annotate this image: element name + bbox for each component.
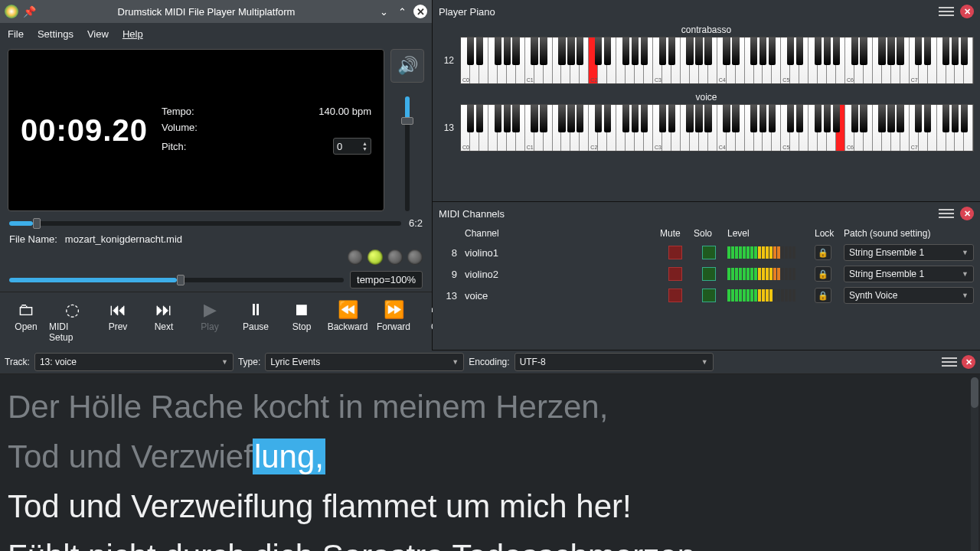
lyric-highlight: lung, [253, 439, 325, 474]
volume-label: Volume: [162, 122, 198, 133]
keyboard-channel: 13 [439, 122, 454, 133]
menu-settings[interactable]: Settings [38, 28, 74, 40]
filename-value: mozart_konigdernacht.mid [65, 233, 182, 245]
stop-icon: ⏹ [293, 300, 310, 320]
volume-slider[interactable] [405, 96, 410, 211]
scrollbar[interactable] [971, 377, 978, 551]
keyboard[interactable]: C0C1C2C3C4C5C6C7 [460, 37, 974, 84]
channels-title: MIDI Channels [439, 208, 933, 220]
channel-name: voice [465, 290, 657, 302]
next-button[interactable]: ⏭Next [141, 297, 187, 346]
hamburger-icon[interactable] [939, 206, 954, 221]
play-button[interactable]: ▶Play [187, 297, 233, 346]
led-1 [348, 249, 363, 265]
filename-label: File Name: [9, 233, 57, 245]
transport-toolbar: 🗀Open ◌MIDI Setup ⏮Prev ⏭Next ▶Play ⏸Pau… [0, 292, 432, 350]
keyboard-label: contrabasso [439, 23, 974, 37]
menu-file[interactable]: File [8, 28, 24, 40]
level-meter [727, 246, 812, 259]
col-mute: Mute [660, 228, 691, 239]
channel-number: 8 [439, 247, 462, 259]
tempo-slider[interactable] [9, 278, 344, 282]
col-lock: Lock [815, 228, 841, 239]
level-meter [727, 289, 812, 302]
prev-icon: ⏮ [109, 300, 126, 320]
backward-button[interactable]: ⏪Backward [325, 297, 371, 346]
led-4 [407, 249, 423, 265]
close-icon[interactable]: ✕ [962, 355, 975, 369]
piano-panel-title: Player Piano [439, 6, 933, 18]
solo-button[interactable] [702, 246, 716, 259]
solo-button[interactable] [702, 267, 716, 281]
channels-panel: MIDI Channels ✕ Channel Mute Solo Level … [433, 202, 980, 350]
led-2 [368, 249, 383, 265]
forward-button[interactable]: ⏩Forward [371, 297, 416, 346]
lyric-line: Tod und Verzwieflung, [8, 432, 972, 481]
maximize-icon[interactable]: ⌃ [395, 5, 409, 18]
solo-button[interactable] [702, 289, 716, 302]
patch-combo[interactable]: String Ensemble 1▼ [844, 244, 974, 261]
menu-help[interactable]: Help [122, 28, 143, 40]
timecode: 00:09.20 [21, 113, 148, 148]
lock-button[interactable]: 🔒 [815, 288, 831, 303]
prev-button[interactable]: ⏮Prev [95, 297, 141, 346]
play-icon: ▶ [204, 300, 217, 320]
channel-number: 9 [439, 269, 462, 280]
col-level: Level [727, 228, 812, 239]
close-icon[interactable]: ✕ [413, 5, 427, 18]
midi-icon: ◌ [65, 300, 80, 320]
mute-button[interactable] [668, 289, 682, 302]
close-icon[interactable]: ✕ [960, 207, 974, 220]
lock-button[interactable]: 🔒 [815, 245, 831, 260]
rewind-icon: ⏪ [338, 300, 358, 320]
beat-display: 6:2 [409, 217, 423, 229]
channel-name: violino1 [465, 247, 657, 259]
mute-button[interactable] [668, 246, 682, 259]
ffwd-icon: ⏩ [384, 300, 404, 320]
lyric-line: Der Hölle Rache kocht in meinem Herzen, [8, 382, 972, 432]
lyric-line: Fühlt nicht durch dich Sarastro Todessch… [8, 531, 972, 551]
lyrics-panel: Track: 13: voice▼ Type: Lyric Events▼ En… [0, 350, 980, 551]
encoding-label: Encoding: [469, 357, 509, 367]
tempo-label: Tempo: [162, 106, 194, 117]
position-slider[interactable] [9, 221, 401, 226]
menu-view[interactable]: View [87, 28, 109, 40]
track-combo[interactable]: 13: voice▼ [34, 353, 234, 371]
led-3 [387, 249, 403, 265]
col-solo: Solo [694, 228, 724, 239]
titlebar: 📌 Drumstick MIDI File Player Multiplatfo… [0, 0, 432, 23]
keyboard[interactable]: C0C1C2C3C4C5C6C7 [460, 104, 974, 152]
folder-icon: 🗀 [18, 300, 34, 320]
midi-setup-button[interactable]: ◌MIDI Setup [49, 297, 95, 346]
pause-button[interactable]: ⏸Pause [233, 297, 279, 346]
pin-icon[interactable]: 📌 [23, 5, 36, 18]
hamburger-icon[interactable] [942, 354, 957, 370]
track-label: Track: [5, 357, 30, 367]
encoding-combo[interactable]: UTF-8▼ [514, 353, 714, 371]
channel-row: 8 violino1 🔒 String Ensemble 1▼ [433, 242, 980, 263]
menubar: File Settings View Help [0, 23, 432, 44]
app-logo-icon [5, 5, 18, 18]
patch-combo[interactable]: Synth Voice▼ [844, 287, 974, 304]
hamburger-icon[interactable] [939, 4, 954, 19]
patch-combo[interactable]: String Ensemble 1▼ [844, 266, 974, 282]
open-button[interactable]: 🗀Open [3, 297, 49, 346]
lock-button[interactable]: 🔒 [815, 266, 831, 282]
close-icon[interactable]: ✕ [960, 5, 974, 18]
stop-button[interactable]: ⏹Stop [279, 297, 325, 346]
col-channel: Channel [465, 228, 657, 239]
type-label: Type: [238, 357, 260, 367]
type-combo[interactable]: Lyric Events▼ [265, 353, 464, 371]
volume-button[interactable]: 🔊 [390, 49, 424, 83]
minimize-icon[interactable]: ⌄ [377, 5, 390, 18]
lyric-line: Tod und Verzweiflung flammet um mich her… [8, 481, 972, 531]
pause-icon: ⏸ [247, 300, 264, 320]
tempo-value: 140.00 bpm [318, 106, 371, 117]
level-meter [727, 268, 812, 280]
pitch-spinner[interactable]: 0▲▼ [333, 138, 371, 155]
col-patch: Patch (sound setting) [844, 228, 974, 239]
next-icon: ⏭ [155, 300, 172, 320]
keyboard-channel: 12 [439, 55, 454, 66]
tempo-badge: tempo=100% [350, 271, 423, 289]
mute-button[interactable] [668, 267, 682, 281]
